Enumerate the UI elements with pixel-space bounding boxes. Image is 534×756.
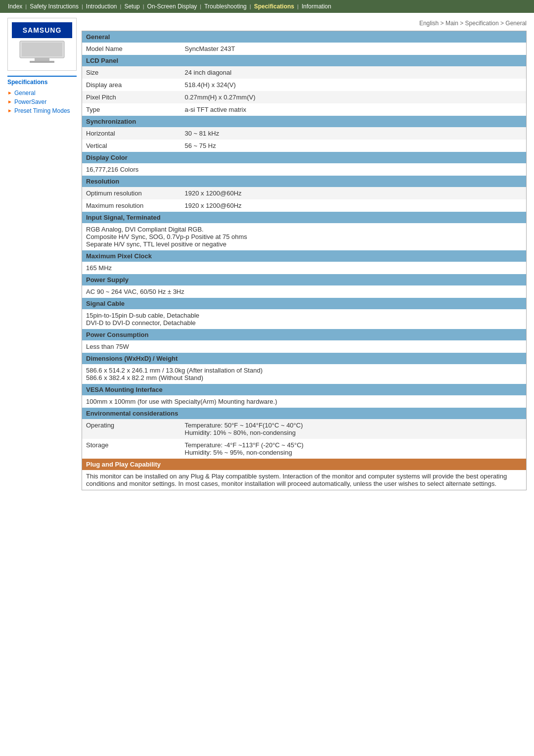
- section-header: Synchronization: [82, 116, 527, 127]
- row-full: Less than 75W: [82, 340, 527, 353]
- row-full: 15pin-to-15pin D-sub cable, Detachable D…: [82, 309, 527, 329]
- row-value: Temperature: 50°F ~ 104°F(10°C ~ 40°C) H…: [181, 419, 527, 439]
- row-full: 165 MHz: [82, 262, 527, 274]
- arrow-icon-preset: ►: [7, 108, 12, 113]
- section-header: Power Consumption: [82, 329, 527, 340]
- row-label: Pixel Pitch: [82, 91, 181, 103]
- row-label: Operating: [82, 419, 181, 439]
- section-header: Resolution: [82, 176, 527, 187]
- row-label: Model Name: [82, 43, 181, 55]
- row-label: Horizontal: [82, 127, 181, 140]
- samsung-logo-box: SAMSUNG: [7, 18, 77, 71]
- section-header: Dimensions (WxHxD) / Weight: [82, 353, 527, 364]
- nav-intro[interactable]: Introduction: [83, 2, 120, 11]
- row-full: 100mm x 100mm (for use with Specialty(Ar…: [82, 395, 527, 408]
- samsung-logo-text: SAMSUNG: [15, 26, 69, 34]
- sidebar-label-general: General: [14, 90, 36, 96]
- row-value: 30 ~ 81 kHz: [181, 127, 527, 140]
- nav-troubleshoot[interactable]: Troubleshooting: [201, 2, 250, 11]
- row-full: RGB Analog, DVI Compliant Digital RGB. C…: [82, 223, 527, 250]
- row-label: Maximum resolution: [82, 199, 181, 212]
- section-header: VESA Mounting Interface: [82, 384, 527, 395]
- sidebar-item-powersaver[interactable]: ► PowerSaver: [7, 98, 77, 105]
- samsung-logo-inner: SAMSUNG: [12, 22, 72, 38]
- row-label: Vertical: [82, 140, 181, 152]
- breadcrumb: English > Main > Specification > General: [82, 18, 527, 31]
- row-full: 16,777,216 Colors: [82, 163, 527, 176]
- row-label: Display area: [82, 79, 181, 91]
- section-header: LCD Panel: [82, 55, 527, 66]
- row-value: Temperature: -4°F ~113°F (-20°C ~ 45°C) …: [181, 439, 527, 459]
- section-header: General: [82, 31, 527, 43]
- arrow-icon-general: ►: [7, 90, 12, 95]
- section-header-orange: Plug and Play Capability: [82, 459, 527, 470]
- row-label: Type: [82, 103, 181, 116]
- nav-specs[interactable]: Specifications: [251, 2, 297, 11]
- sidebar-item-general[interactable]: ► General: [7, 90, 77, 96]
- row-value: 518.4(H) x 324(V): [181, 79, 527, 91]
- row-value: 24 inch diagonal: [181, 66, 527, 79]
- row-value: 56 ~ 75 Hz: [181, 140, 527, 152]
- sidebar-item-preset[interactable]: ► Preset Timing Modes: [7, 107, 77, 114]
- row-full: AC 90 ~ 264 VAC, 60/50 Hz ± 3Hz: [82, 285, 527, 298]
- row-label: Optimum resolution: [82, 187, 181, 199]
- monitor-graphic: [15, 40, 69, 65]
- section-header: Display Color: [82, 152, 527, 163]
- row-full: This monitor can be installed on any Plu…: [82, 470, 527, 490]
- row-value: SyncMaster 243T: [181, 43, 527, 55]
- nav-index[interactable]: Index: [5, 2, 25, 11]
- row-value: 0.27mm(H) x 0.27mm(V): [181, 91, 527, 103]
- row-value: 1920 x 1200@60Hz: [181, 199, 527, 212]
- section-header: Input Signal, Terminated: [82, 212, 527, 223]
- nav-bar: Index | Safety Instructions | Introducti…: [0, 0, 534, 13]
- sidebar-label-preset: Preset Timing Modes: [14, 107, 70, 114]
- svg-rect-1: [22, 43, 62, 56]
- row-full: 586.6 x 514.2 x 246.1 mm / 13.0kg (After…: [82, 364, 527, 384]
- svg-rect-3: [30, 61, 54, 63]
- row-label: Storage: [82, 439, 181, 459]
- main-wrapper: SAMSUNG Specifications ► General ► Power…: [0, 13, 534, 495]
- content-area: English > Main > Specification > General…: [82, 18, 527, 490]
- nav-osd[interactable]: On-Screen Display: [144, 2, 200, 11]
- section-header: Signal Cable: [82, 298, 527, 309]
- specs-sidebar-label: Specifications: [7, 76, 77, 86]
- row-label: Size: [82, 66, 181, 79]
- nav-info[interactable]: Information: [299, 2, 334, 11]
- sidebar: SAMSUNG Specifications ► General ► Power…: [7, 18, 77, 490]
- nav-setup[interactable]: Setup: [121, 2, 142, 11]
- spec-table: GeneralModel NameSyncMaster 243TLCD Pane…: [82, 31, 527, 490]
- sidebar-label-powersaver: PowerSaver: [14, 98, 46, 105]
- arrow-icon-powersaver: ►: [7, 99, 12, 104]
- row-value: a-si TFT active matrix: [181, 103, 527, 116]
- section-header: Power Supply: [82, 274, 527, 285]
- svg-rect-2: [35, 58, 49, 61]
- row-value: 1920 x 1200@60Hz: [181, 187, 527, 199]
- nav-safety[interactable]: Safety Instructions: [27, 2, 82, 11]
- section-header: Maximum Pixel Clock: [82, 250, 527, 262]
- section-header: Environmental considerations: [82, 408, 527, 419]
